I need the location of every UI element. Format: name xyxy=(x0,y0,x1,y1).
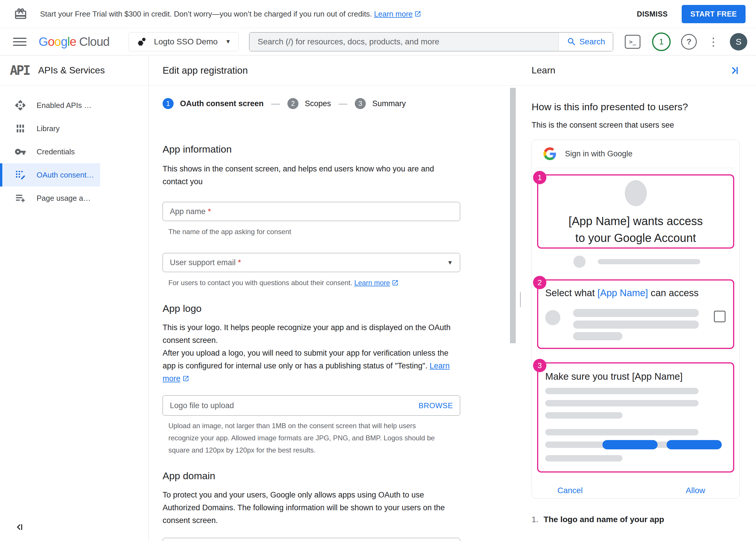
google-g-icon xyxy=(543,147,556,160)
learn-subtitle: This is the consent screen that users se… xyxy=(532,121,740,130)
notifications-badge[interactable]: 1 xyxy=(652,33,671,51)
text-line-placeholder xyxy=(545,455,622,461)
step-1-label: OAuth consent screen xyxy=(180,99,264,108)
step1-badge: 1 xyxy=(533,171,546,184)
scrollbar-thumb[interactable] xyxy=(510,88,516,343)
support-email-learn-more-link[interactable]: Learn more xyxy=(354,279,390,286)
sidebar-item-page-usage[interactable]: Page usage a… xyxy=(0,187,100,210)
select-caret-icon: ▼ xyxy=(447,259,453,266)
project-name: Logto SSO Demo xyxy=(154,37,217,46)
external-link-icon xyxy=(182,375,189,382)
collapse-sidebar-icon[interactable] xyxy=(15,521,25,533)
list-number: 1. xyxy=(532,515,538,524)
signin-header-text: Sign in with Google xyxy=(565,149,633,158)
external-link-icon xyxy=(392,279,399,286)
link-pill-placeholder xyxy=(667,440,722,449)
step-2-circle[interactable]: 2 xyxy=(287,98,298,109)
global-search: Search xyxy=(249,32,613,51)
app-name-field[interactable]: App name * xyxy=(163,202,460,221)
step3-badge: 3 xyxy=(533,359,546,372)
scope-checkbox-placeholder xyxy=(714,311,726,322)
learn-body: How is this info presented to users? Thi… xyxy=(520,86,756,524)
account-avatar-placeholder xyxy=(573,256,586,268)
step-2-label[interactable]: Scopes xyxy=(305,99,331,108)
step-3-circle[interactable]: 3 xyxy=(355,98,366,109)
text-line-placeholder xyxy=(545,429,699,435)
search-button[interactable]: Search xyxy=(559,33,613,51)
sidebar-item-oauth-consent[interactable]: OAuth consent… xyxy=(0,163,100,187)
help-icon[interactable]: ? xyxy=(681,34,697,50)
app-domain-heading: App domain xyxy=(163,470,460,481)
browse-button[interactable]: BROWSE xyxy=(418,401,453,410)
sidebar-item-library[interactable]: Library xyxy=(0,117,100,140)
consent-step3-box: 3 Make sure you trust [App Name] xyxy=(537,362,734,472)
collapse-panel-icon[interactable] xyxy=(729,65,740,76)
main-scrollbar[interactable] xyxy=(510,86,515,541)
app-logo-placeholder xyxy=(625,180,647,206)
main-panel: Edit app registration 1 OAuth consent sc… xyxy=(149,55,520,541)
registration-form: 1 OAuth consent screen — 2 Scopes — 3 Su… xyxy=(149,86,460,541)
hamburger-menu-icon[interactable] xyxy=(13,35,26,48)
allow-button[interactable]: Allow xyxy=(686,486,705,495)
link-pill-placeholder xyxy=(602,440,658,449)
project-selector[interactable]: Logto SSO Demo ▼ xyxy=(129,32,239,51)
learn-question: How is this info presented to users? xyxy=(532,101,740,113)
consent-title-line1: [App Name] wants access xyxy=(538,213,733,230)
gift-icon xyxy=(14,7,27,21)
sidebar-item-label: Credentials xyxy=(37,147,75,156)
scope-line-placeholder xyxy=(573,320,699,329)
account-skeleton-row xyxy=(573,256,734,268)
stepper: 1 OAuth consent screen — 2 Scopes — 3 Su… xyxy=(163,98,460,109)
user-support-email-field[interactable]: User support email * ▼ xyxy=(163,253,460,272)
learn-panel: Learn How is this info presented to user… xyxy=(520,55,756,541)
free-trial-banner: Start your Free Trial with $300 in credi… xyxy=(0,0,756,28)
scope-line-placeholder xyxy=(573,332,622,340)
text-line-placeholder xyxy=(545,400,699,406)
application-home-page-field[interactable]: Application home page xyxy=(163,538,460,541)
panel-resize-handle[interactable] xyxy=(520,291,521,307)
sidebar-item-credentials[interactable]: Credentials xyxy=(0,140,100,163)
step2-badge: 2 xyxy=(533,276,546,289)
start-free-button[interactable]: START FREE xyxy=(682,5,746,23)
dismiss-button[interactable]: DISMISS xyxy=(637,10,668,18)
external-link-icon xyxy=(414,10,421,17)
text-line-placeholder xyxy=(545,412,622,419)
logo-upload-field[interactable]: Logo file to upload BROWSE xyxy=(163,395,460,416)
banner-learn-more-link[interactable]: Learn more xyxy=(374,10,413,18)
app-domain-description: To protect you and your users, Google on… xyxy=(163,488,460,527)
sidebar-item-enabled-apis[interactable]: Enabled APIs … xyxy=(0,94,100,117)
api-product-icon: API xyxy=(10,63,29,78)
sidebar-item-label: OAuth consent… xyxy=(37,171,94,180)
cloud-shell-icon[interactable]: >_ xyxy=(625,35,640,49)
learn-title: Learn xyxy=(532,65,555,76)
sidebar-header: API APIs & Services xyxy=(0,55,148,86)
scope-line-placeholder xyxy=(573,309,699,317)
link-line-placeholder xyxy=(545,440,699,449)
scope-skeleton xyxy=(545,309,726,340)
enabled-apis-icon xyxy=(15,100,26,111)
banner-text: Start your Free Trial with $300 in credi… xyxy=(40,10,421,19)
consent-preview-card: Sign in with Google 1 [App Name] wants a… xyxy=(532,140,740,499)
consent-step1-box: 1 [App Name] wants access to your Google… xyxy=(537,174,734,249)
step-dash: — xyxy=(339,99,347,109)
more-options-icon[interactable]: ⋮ xyxy=(708,36,719,47)
app-name-helper: The name of the app asking for consent xyxy=(168,226,460,238)
sidebar: API APIs & Services Enabled APIs … Libra… xyxy=(0,55,149,541)
cancel-button[interactable]: Cancel xyxy=(557,486,583,495)
oauth-consent-icon xyxy=(15,169,26,181)
library-icon xyxy=(15,123,26,134)
search-icon xyxy=(567,37,577,47)
key-icon xyxy=(15,146,26,158)
list-text: The logo and name of your app xyxy=(543,515,664,524)
app-information-heading: App information xyxy=(163,144,460,155)
search-input[interactable] xyxy=(249,33,559,51)
google-cloud-logo: GoogleCloud xyxy=(39,35,109,49)
support-email-helper: For users to contact you with questions … xyxy=(168,277,460,289)
sidebar-item-label: Page usage a… xyxy=(37,194,91,203)
app-information-description: This shows in the consent screen, and he… xyxy=(163,163,460,188)
consent-title-line2: to your Google Account xyxy=(538,230,733,246)
app-logo-description: This is your logo. It helps people recog… xyxy=(163,321,460,385)
sidebar-nav: Enabled APIs … Library Credentials OAuth… xyxy=(0,86,148,210)
account-avatar[interactable]: S xyxy=(730,33,747,51)
step-3-label[interactable]: Summary xyxy=(372,99,406,108)
